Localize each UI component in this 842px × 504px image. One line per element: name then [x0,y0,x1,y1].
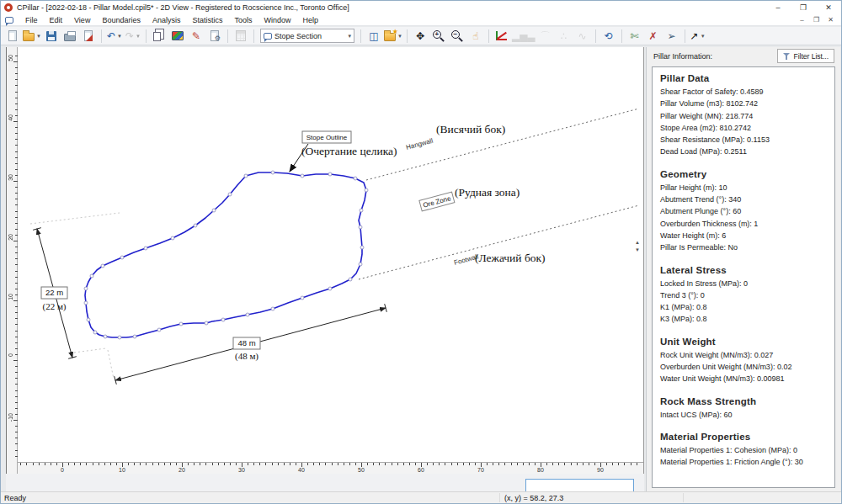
x-tick [637,463,637,465]
drawing-view[interactable]: Hangwall(Висячий бок)Footwall(Лежачий бо… [6,47,644,474]
data-row: Shear Factor of Safety: 0.4589 [660,86,827,98]
y-tick [15,366,18,367]
arrow-tool-button[interactable]: ↗▼ [690,28,706,45]
zoom-out-button[interactable]: − [449,28,466,45]
zoom-extents-button[interactable]: ✥ [412,28,429,45]
status-bar: Ready (x, y) = 58.2, 27.3 [1,491,841,503]
rotate-view-button[interactable]: ⟲ [600,28,617,45]
stope-outline-polygon [85,172,366,337]
menu-file[interactable]: File [19,14,44,26]
data-row: Water Unit Weight (MN/m3): 0.00981 [660,373,827,385]
display-options-button[interactable] [169,28,186,45]
y-tick [15,163,18,164]
delete-vertex-icon: ✗ [649,31,658,41]
move-vertex-button[interactable]: ➢ [663,28,680,45]
stope-drawing[interactable]: Hangwall(Висячий бок)Footwall(Лежачий бо… [7,47,645,474]
open-button[interactable]: ▼ [23,28,41,45]
x-tick [451,463,452,465]
annotate-button[interactable]: ✎ [188,28,205,45]
distribution-icon: ∿ [578,31,587,41]
y-tick [15,79,18,80]
delete-vertex-button[interactable]: ✗ [645,28,662,45]
export-button[interactable] [80,28,97,45]
new-button[interactable] [4,28,21,45]
new-view-button[interactable]: ▼ [384,28,402,45]
data-row: Overburden Unit Weight (MN/m3): 0.02 [660,361,827,373]
vertex-marker [179,322,183,326]
cumulative-plot-icon: ⌒ [541,31,551,41]
extension-line [30,213,120,224]
print-button[interactable] [61,28,78,45]
annotate-icon: ✎ [192,31,200,41]
data-row: Dead Load (MPa): 0.2511 [660,146,827,157]
mdi-restore-button[interactable]: ❐ [809,14,823,25]
save-icon [46,31,56,41]
vertex-marker [87,318,90,321]
save-button[interactable] [43,28,60,45]
y-axis-label: 20 [8,234,13,241]
minimize-button[interactable]: – [765,1,791,14]
menu-view[interactable]: View [68,14,96,26]
mdi-minimize-button[interactable]: – [795,14,809,25]
y-tick [15,426,18,427]
menu-edit[interactable]: Edit [44,14,69,26]
x-tick [487,463,488,465]
section-selector[interactable]: Stope Section▾ [260,29,354,43]
filter-list-button[interactable]: Filter List... [777,49,834,63]
project-settings-button[interactable]: ⚙ [206,28,223,45]
x-tick [224,463,225,465]
x-tick [93,463,93,465]
menu-analysis[interactable]: Analysis [147,14,187,26]
y-tick [15,312,18,313]
x-tick [176,463,177,465]
dropdown-caret-icon[interactable]: ▼ [117,34,122,39]
x-tick [26,463,27,465]
close-button[interactable]: ✕ [816,1,841,14]
add-vertex-button[interactable]: ✄ [626,28,643,45]
zoom-in-button[interactable]: + [430,28,447,45]
menu-boundaries[interactable]: Boundaries [96,14,147,26]
splitter-arrows-icon[interactable]: ▲▼ [634,239,641,254]
status-divider [683,493,684,502]
vertex-marker [246,313,249,316]
x-tick [313,463,314,465]
stope-outline-label: Stope Outline [306,134,348,141]
menu-window[interactable]: Window [258,14,296,26]
dropdown-caret-icon[interactable]: ▼ [36,34,41,39]
x-tick [248,463,248,465]
x-tick [469,463,470,465]
y-tick [15,331,18,332]
section-title: Geometry [660,169,827,179]
copy-button[interactable] [151,28,168,45]
x-axis-label: 10 [119,467,125,473]
dimension-label-ru: (48 м) [235,351,258,362]
data-row: Rock Unit Weight (MN/m3): 0.027 [660,349,827,361]
x-tick [56,463,57,465]
undo-button[interactable]: ↶▼ [106,28,123,45]
histogram-button: ▂▅▃ [512,28,536,45]
dropdown-caret-icon[interactable]: ▼ [701,34,706,39]
panel-section: Pillar DataShear Factor of Safety: 0.458… [660,73,827,158]
data-row: Pillar Is Permeable: No [660,241,827,253]
x-tick [409,463,410,465]
pillar-data-box: Pillar DataShear Factor of Safety: 0.458… [652,66,835,488]
cumulative-plot-button: ⌒ [537,28,554,45]
menu-statistics[interactable]: Statistics [186,14,228,26]
pan-button[interactable]: ☝ [467,28,484,45]
tile-view-button[interactable]: ◫ [365,28,382,45]
axes-plot-button[interactable] [493,28,510,45]
x-tick [116,463,117,465]
restore-button[interactable]: ❐ [791,1,816,14]
axes-plot-icon [496,31,507,40]
dropdown-caret-icon[interactable]: ▼ [136,34,141,39]
x-tick [307,463,308,465]
histogram-icon: ▂▅▃ [512,31,536,41]
arrow-tool-icon: ↗ [690,31,699,41]
menu-tools[interactable]: Tools [228,14,258,26]
menu-help[interactable]: Help [297,14,325,26]
x-tick [583,463,584,465]
vertex-marker [93,331,97,334]
mdi-close-button[interactable]: ✕ [823,14,838,25]
x-tick [20,463,21,465]
y-tick [15,271,18,272]
